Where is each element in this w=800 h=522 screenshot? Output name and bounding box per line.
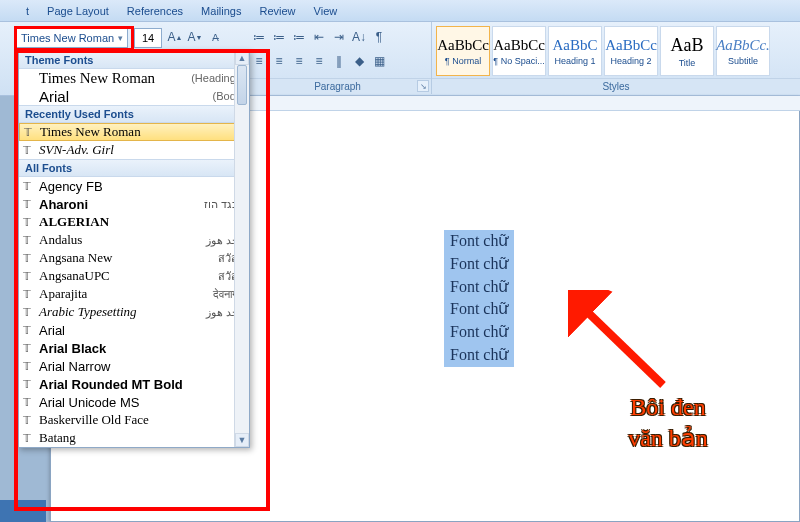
- font-option[interactable]: Times New Roman(Headings): [19, 69, 249, 87]
- truetype-icon: 𝕋: [23, 396, 39, 409]
- font-option-name: Agency FB: [39, 179, 245, 194]
- font-option[interactable]: 𝕋Times New Roman: [19, 123, 249, 141]
- style-gallery[interactable]: AaBbCc ¶ Normal AaBbCc ¶ No Spaci... AaB…: [432, 22, 800, 76]
- scroll-down-icon[interactable]: ▼: [235, 433, 249, 447]
- font-option[interactable]: 𝕋Aharoniאבגד הוז: [19, 195, 249, 213]
- selected-text-block[interactable]: Font chữ Font chữ Font chữ Font chữ Font…: [444, 230, 514, 367]
- font-option[interactable]: 𝕋Agency FB: [19, 177, 249, 195]
- menu-item-view[interactable]: View: [314, 5, 338, 17]
- multilevel-icon[interactable]: ≔: [290, 28, 308, 46]
- align-left-icon[interactable]: ≡: [250, 52, 268, 70]
- font-dropdown[interactable]: Theme Fonts Times New Roman(Headings)Ari…: [18, 50, 250, 448]
- font-option-name: Arial Unicode MS: [39, 395, 245, 410]
- sort-icon[interactable]: A↓: [350, 28, 368, 46]
- truetype-icon: 𝕋: [23, 180, 39, 193]
- font-option-name: Arabic Typesetting: [39, 304, 206, 320]
- text-line: Font chữ: [444, 344, 514, 367]
- truetype-icon: 𝕋: [23, 324, 39, 337]
- truetype-icon: 𝕋: [23, 342, 39, 355]
- paragraph-group-label: Paragraph ↘: [244, 78, 431, 94]
- truetype-icon: 𝕋: [23, 432, 39, 445]
- font-option-name: ALGERIAN: [39, 214, 245, 230]
- font-option[interactable]: 𝕋Batang: [19, 429, 249, 447]
- font-option-name: Angsana New: [39, 250, 218, 266]
- fontdrop-scrollbar[interactable]: ▲ ▼: [234, 51, 249, 447]
- fontdrop-recent-header: Recently Used Fonts: [19, 105, 249, 123]
- shrink-font-icon[interactable]: A▼: [186, 28, 204, 46]
- text-line: Font chữ: [444, 276, 514, 299]
- font-option[interactable]: 𝕋ALGERIAN: [19, 213, 249, 231]
- font-option[interactable]: 𝕋Baskerville Old Face: [19, 411, 249, 429]
- align-center-icon[interactable]: ≡: [270, 52, 288, 70]
- text-line: Font chữ: [444, 253, 514, 276]
- truetype-icon: 𝕋: [23, 198, 39, 211]
- font-size-combo[interactable]: 14: [134, 28, 162, 48]
- font-option[interactable]: 𝕋Arial Narrow: [19, 357, 249, 375]
- numbering-icon[interactable]: ≔: [270, 28, 288, 46]
- font-option-name: Batang: [39, 430, 245, 446]
- font-option[interactable]: 𝕋Arabic Typesettingأبجد هوز: [19, 303, 249, 321]
- font-option-name: Andalus: [39, 232, 206, 248]
- style-title[interactable]: AaB Title: [660, 26, 714, 76]
- line-spacing-icon[interactable]: ‖: [330, 52, 348, 70]
- font-option-name: Baskerville Old Face: [39, 412, 245, 428]
- menu-item-review[interactable]: Review: [259, 5, 295, 17]
- font-name-combo[interactable]: Times New Roman ▾: [16, 28, 128, 48]
- font-option[interactable]: 𝕋Aparajitaदेवनागरी: [19, 285, 249, 303]
- borders-icon[interactable]: ▦: [370, 52, 388, 70]
- scroll-up-icon[interactable]: ▲: [235, 51, 249, 65]
- text-line: Font chữ: [444, 230, 514, 253]
- font-option[interactable]: 𝕋Arial Unicode MS: [19, 393, 249, 411]
- font-option[interactable]: 𝕋Angsana Newสวัสดี: [19, 249, 249, 267]
- paragraph-group: ≔ ≔ ≔ ⇤ ⇥ A↓ ¶ ≡ ≡ ≡ ≡ ‖ ◆ ▦ Paragraph ↘: [244, 22, 432, 94]
- menu-item[interactable]: t: [26, 5, 29, 17]
- font-size-value: 14: [142, 32, 154, 44]
- menu-bar: t Page Layout References Mailings Review…: [0, 0, 800, 22]
- truetype-icon: 𝕋: [23, 216, 39, 229]
- align-right-icon[interactable]: ≡: [290, 52, 308, 70]
- font-option-name: Arial Black: [39, 341, 245, 356]
- shading-icon[interactable]: ◆: [350, 52, 368, 70]
- chevron-down-icon[interactable]: ▾: [118, 33, 123, 43]
- font-name-value: Times New Roman: [21, 32, 114, 44]
- truetype-icon: 𝕋: [23, 360, 39, 373]
- style-normal[interactable]: AaBbCc ¶ Normal: [436, 26, 490, 76]
- font-option[interactable]: 𝕋Andalusأبجد هوز: [19, 231, 249, 249]
- font-option-name: AngsanaUPC: [39, 268, 218, 284]
- font-option-name: Aharoni: [39, 197, 204, 212]
- truetype-icon: 𝕋: [23, 234, 39, 247]
- justify-icon[interactable]: ≡: [310, 52, 328, 70]
- font-option-name: Aparajita: [39, 286, 213, 302]
- font-option[interactable]: 𝕋Arial: [19, 321, 249, 339]
- font-option[interactable]: 𝕋Arial Black: [19, 339, 249, 357]
- font-option[interactable]: 𝕋AngsanaUPCสวัสดี: [19, 267, 249, 285]
- font-option-name: Arial Narrow: [39, 359, 245, 374]
- fontdrop-all-header: All Fonts: [19, 159, 249, 177]
- clear-format-icon[interactable]: A̶: [206, 28, 224, 46]
- paragraph-launcher-icon[interactable]: ↘: [417, 80, 429, 92]
- menu-item-page-layout[interactable]: Page Layout: [47, 5, 109, 17]
- menu-item-mailings[interactable]: Mailings: [201, 5, 241, 17]
- styles-group-label: Styles: [432, 78, 800, 94]
- style-heading2[interactable]: AaBbCc Heading 2: [604, 26, 658, 76]
- bullets-icon[interactable]: ≔: [250, 28, 268, 46]
- font-option[interactable]: 𝕋Arial Rounded MT Bold: [19, 375, 249, 393]
- scroll-thumb[interactable]: [237, 65, 247, 105]
- truetype-icon: 𝕋: [23, 144, 39, 157]
- styles-group: AaBbCc ¶ Normal AaBbCc ¶ No Spaci... AaB…: [432, 22, 800, 94]
- font-option[interactable]: Arial(Body): [19, 87, 249, 105]
- font-option[interactable]: 𝕋SVN-Adv. Girl: [19, 141, 249, 159]
- style-heading1[interactable]: AaBbC Heading 1: [548, 26, 602, 76]
- menu-item-references[interactable]: References: [127, 5, 183, 17]
- grow-font-icon[interactable]: A▲: [166, 28, 184, 46]
- text-line: Font chữ: [444, 321, 514, 344]
- truetype-icon: 𝕋: [23, 378, 39, 391]
- style-subtitle[interactable]: AaBbCc. Subtitle: [716, 26, 770, 76]
- truetype-icon: 𝕋: [23, 252, 39, 265]
- outdent-icon[interactable]: ⇤: [310, 28, 328, 46]
- font-option-name: SVN-Adv. Girl: [39, 142, 245, 158]
- style-no-spacing[interactable]: AaBbCc ¶ No Spaci...: [492, 26, 546, 76]
- pilcrow-icon[interactable]: ¶: [370, 28, 388, 46]
- truetype-icon: 𝕋: [23, 288, 39, 301]
- indent-icon[interactable]: ⇥: [330, 28, 348, 46]
